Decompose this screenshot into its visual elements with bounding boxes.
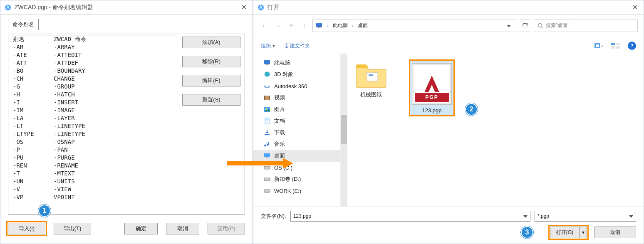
alias-row[interactable]: -LTYPE-LINETYPE <box>11 130 177 138</box>
search-input[interactable]: 搜索"桌面" <box>534 20 638 32</box>
close-icon[interactable]: ✕ <box>631 3 639 11</box>
breadcrumb[interactable]: › 此电脑 › 桌面 <box>312 20 516 32</box>
breadcrumb-folder[interactable]: 桌面 <box>358 22 368 29</box>
alias-editor-footer: 导入(I) 导出(T) 确定 取消 应用(P) <box>8 221 245 236</box>
alias-row[interactable]: -CHCHANGE <box>11 75 177 83</box>
alias-row[interactable]: -REN-RENAME <box>11 162 177 170</box>
alias-row[interactable]: -G-GROUP <box>11 83 177 91</box>
nav-item[interactable]: 此电脑 <box>253 57 340 69</box>
apply-button[interactable]: 应用(P) <box>208 223 245 234</box>
nav-up-button[interactable]: ↑ <box>299 20 310 31</box>
alias-row[interactable]: -LT-LINETYPE <box>11 122 177 130</box>
alias-row[interactable]: -ATT-ATTDEF <box>11 59 177 67</box>
nav-item[interactable]: 视频 <box>253 92 340 104</box>
callout-2: 2 <box>465 103 478 116</box>
nav-forward-button[interactable]: → <box>272 20 283 31</box>
alias-row[interactable]: -T-MTEXT <box>11 170 177 177</box>
file-list[interactable]: 机械图纸 PGP 123.pgp <box>341 54 644 206</box>
chevron-down-icon[interactable] <box>504 23 513 29</box>
open-dialog-title: 打开 <box>268 4 279 11</box>
svg-point-4 <box>538 23 542 27</box>
refresh-button[interactable] <box>519 20 531 32</box>
svg-rect-33 <box>367 73 378 81</box>
nav-item[interactable]: 图片 <box>253 104 340 115</box>
music-icon <box>263 140 271 148</box>
organize-button[interactable]: 组织 ▾ <box>261 42 275 49</box>
svg-rect-12 <box>264 60 270 64</box>
callout-1: 1 <box>38 205 51 217</box>
view-thumbnails-button[interactable] <box>594 42 604 49</box>
file-browser-body: 此电脑3D 对象Autodesk 360视频图片文档下载音乐桌面OS (C:)新… <box>253 54 644 206</box>
alias-row[interactable]: -PU-PURGE <box>11 154 177 162</box>
svg-rect-7 <box>596 44 599 47</box>
export-button[interactable]: 导出(T) <box>54 223 91 234</box>
chevron-down-icon[interactable] <box>523 213 528 219</box>
help-icon[interactable]: ? <box>628 42 636 50</box>
open-button[interactable]: 打开(O) ▾ <box>550 227 587 238</box>
nav-item[interactable]: 音乐 <box>253 138 340 150</box>
3d-icon <box>263 71 271 78</box>
nav-back-button[interactable]: ← <box>259 20 270 31</box>
svg-rect-18 <box>269 96 270 100</box>
file-tile-selected[interactable]: PGP 123.pgp <box>409 59 455 116</box>
file-toolbar: 组织 ▾ 新建文件夹 ? <box>253 39 644 53</box>
remove-button[interactable]: 移除(R) <box>182 56 240 67</box>
video-icon <box>263 94 271 101</box>
alias-row[interactable]: -IM-IMAGE <box>11 106 177 114</box>
ok-button[interactable]: 确定 <box>124 223 158 234</box>
alias-row[interactable]: -AR-ARRAY <box>11 43 177 51</box>
alias-editor-titlebar: ZWCAD.pgp - 命令别名编辑器 ✕ <box>0 0 253 15</box>
add-button[interactable]: 添加(A) <box>182 37 240 48</box>
pc-icon <box>263 59 271 67</box>
edit-button[interactable]: 编辑(E) <box>182 75 240 86</box>
alias-row[interactable]: -OS-OSNAP <box>11 138 177 146</box>
svg-line-5 <box>542 27 543 28</box>
filetype-select[interactable]: *.pgp <box>535 211 636 222</box>
alias-row[interactable]: -P-PAN <box>11 146 177 154</box>
alias-row[interactable]: -ATE-ATTEDIT <box>11 51 177 59</box>
alias-row[interactable]: -BO-BOUNDARY <box>11 67 177 75</box>
open-cancel-button[interactable]: 取消 <box>594 227 636 238</box>
app-icon <box>5 4 11 11</box>
nav-item[interactable]: Autodesk 360 <box>253 80 340 92</box>
folder-tile[interactable]: 机械图纸 <box>348 59 394 99</box>
filename-input[interactable]: 123.pgp <box>290 211 530 222</box>
nav-item[interactable]: 3D 对象 <box>253 69 340 80</box>
drive-icon <box>263 187 271 195</box>
alias-row[interactable]: -I-INSERT <box>11 99 177 106</box>
alias-editor-title: ZWCAD.pgp - 命令别名编辑器 <box>15 4 93 11</box>
close-icon[interactable]: ✕ <box>240 3 248 11</box>
alias-row[interactable]: -V-VIEW <box>11 185 177 193</box>
new-folder-button[interactable]: 新建文件夹 <box>285 42 310 49</box>
svg-rect-13 <box>265 64 269 65</box>
nav-item[interactable]: 新加卷 (D:) <box>253 173 340 185</box>
cancel-button[interactable]: 取消 <box>166 223 199 234</box>
alias-row[interactable]: -UN-UNITS <box>11 177 177 185</box>
nav-item[interactable]: 文档 <box>253 115 340 127</box>
nav-item[interactable]: WORK (E:) <box>253 185 340 197</box>
drive-icon <box>263 175 271 183</box>
alias-row[interactable]: -VPVPOINT <box>11 193 177 201</box>
chevron-down-icon[interactable] <box>629 213 633 219</box>
open-button-dropdown[interactable]: ▾ <box>580 227 587 238</box>
alias-listbox[interactable]: 别名ZWCAD 命令-AR-ARRAY-ATE-ATTEDIT-ATT-ATTD… <box>11 35 177 213</box>
svg-rect-9 <box>616 43 620 45</box>
folder-tree-scrollbar[interactable] <box>341 54 347 206</box>
import-button[interactable]: 导入(I) <box>8 223 45 234</box>
breadcrumb-root[interactable]: 此电脑 <box>333 22 348 29</box>
alias-row[interactable]: -H-HATCH <box>11 91 177 99</box>
folder-tree[interactable]: 此电脑3D 对象Autodesk 360视频图片文档下载音乐桌面OS (C:)新… <box>253 54 341 206</box>
reset-button[interactable]: 重置(S) <box>182 94 240 106</box>
folder-tile-label: 机械图纸 <box>360 91 382 99</box>
alias-editor-body: 别名ZWCAD 命令-AR-ARRAY-ATE-ATTEDIT-ATT-ATTD… <box>8 34 245 214</box>
alias-row[interactable]: -LA-LAYER <box>11 114 177 122</box>
nav-item[interactable]: 下载 <box>253 127 340 138</box>
tab-alias[interactable]: 命令别名 <box>8 19 39 30</box>
annotation-arrow <box>227 157 293 170</box>
address-toolbar: ← → ↑ › 此电脑 › 桌面 搜索"桌面" <box>253 16 644 35</box>
svg-point-20 <box>265 108 267 110</box>
svg-marker-36 <box>283 158 293 169</box>
view-details-button[interactable] <box>611 42 620 49</box>
nav-recent-button[interactable] <box>286 20 297 31</box>
svg-rect-8 <box>611 43 615 45</box>
